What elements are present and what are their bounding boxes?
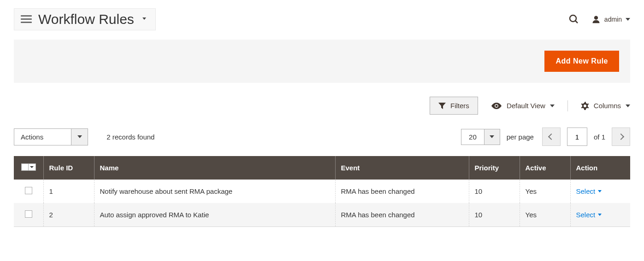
rules-table: Rule ID Name Event Priority Active Actio…: [14, 156, 630, 227]
table-row[interactable]: 1Notify warehouse about sent RMA package…: [14, 180, 630, 203]
pager-total: of 1: [594, 133, 605, 141]
cell-event: RMA has been changed: [335, 180, 469, 203]
pager-next-button[interactable]: [612, 128, 630, 146]
add-new-rule-button[interactable]: Add New Rule: [544, 51, 619, 72]
per-page-label: per page: [507, 133, 534, 141]
row-checkbox[interactable]: [25, 187, 32, 194]
cell-priority: 10: [469, 180, 520, 203]
chevron-right-icon: [618, 133, 624, 140]
table-row[interactable]: 2Auto assign approved RMA to KatieRMA ha…: [14, 203, 630, 227]
row-action-select[interactable]: Select: [576, 187, 602, 195]
eye-icon: [491, 103, 502, 109]
user-name: admin: [604, 16, 622, 23]
page-title-group[interactable]: Workflow Rules: [14, 8, 156, 30]
cell-priority: 10: [469, 203, 520, 227]
default-view-label: Default View: [507, 102, 545, 110]
action-bar: Add New Rule: [14, 40, 630, 83]
columns-button[interactable]: Columns: [581, 102, 630, 110]
default-view-button[interactable]: Default View: [491, 102, 555, 110]
funnel-icon: [438, 103, 446, 109]
separator: [567, 100, 568, 111]
chevron-down-icon: [626, 18, 630, 21]
chevron-down-icon: [490, 135, 494, 138]
chevron-down-icon: [598, 214, 602, 216]
per-page-select[interactable]: 20: [461, 129, 500, 145]
mass-actions-select[interactable]: Actions: [14, 128, 88, 145]
columns-label: Columns: [594, 102, 621, 110]
cell-name: Auto assign approved RMA to Katie: [94, 203, 335, 227]
page-title: Workflow Rules: [38, 12, 134, 27]
svg-point-2: [594, 16, 598, 20]
user-menu[interactable]: admin: [591, 15, 630, 24]
row-checkbox[interactable]: [25, 210, 32, 218]
col-header-name[interactable]: Name: [94, 156, 335, 180]
cell-event: RMA has been changed: [335, 203, 469, 227]
cell-name: Notify warehouse about sent RMA package: [94, 180, 335, 203]
menu-icon: [21, 15, 32, 23]
chevron-down-icon: [598, 190, 602, 192]
col-header-priority[interactable]: Priority: [469, 156, 520, 180]
per-page-toggle[interactable]: [484, 129, 500, 145]
chevron-down-icon: [142, 17, 146, 20]
pager-current-input[interactable]: [567, 128, 587, 146]
col-header-event[interactable]: Event: [335, 156, 469, 180]
user-icon: [591, 15, 601, 24]
col-header-checkbox[interactable]: [14, 156, 43, 180]
col-header-rule-id[interactable]: Rule ID: [43, 156, 94, 180]
gear-icon: [581, 102, 589, 110]
svg-line-1: [575, 21, 578, 23]
cell-active: Yes: [520, 203, 570, 227]
cell-active: Yes: [520, 180, 570, 203]
row-action-select[interactable]: Select: [576, 211, 602, 219]
per-page-value: 20: [461, 129, 484, 145]
svg-point-3: [495, 104, 497, 107]
col-header-active[interactable]: Active: [520, 156, 570, 180]
chevron-down-icon: [550, 104, 555, 107]
select-all-checkbox[interactable]: [21, 163, 29, 171]
col-header-action[interactable]: Action: [570, 156, 630, 180]
chevron-left-icon: [548, 133, 555, 140]
search-icon[interactable]: [568, 14, 579, 25]
records-found: 2 records found: [106, 133, 154, 141]
mass-actions-toggle[interactable]: [71, 129, 88, 145]
chevron-down-icon: [77, 135, 82, 138]
chevron-down-icon: [30, 166, 34, 168]
filters-label: Filters: [450, 102, 469, 110]
pager-prev-button[interactable]: [542, 128, 561, 146]
svg-point-0: [570, 15, 576, 22]
chevron-down-icon: [626, 104, 630, 107]
cell-rule-id: 1: [43, 180, 94, 203]
mass-actions-label: Actions: [14, 129, 71, 145]
cell-rule-id: 2: [43, 203, 94, 227]
select-all-toggle[interactable]: [29, 163, 36, 171]
filters-button[interactable]: Filters: [430, 97, 478, 115]
